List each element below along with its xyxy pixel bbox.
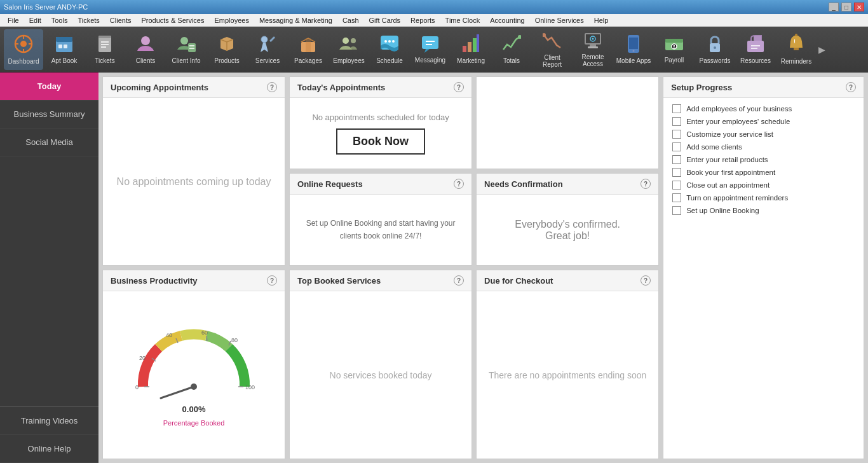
- gauge: 0 20 40 60 80: [130, 323, 257, 399]
- menu-gift-cards[interactable]: Gift Cards: [364, 15, 406, 25]
- menu-help[interactable]: Help: [589, 15, 614, 25]
- online-help-button[interactable]: ?: [454, 179, 464, 189]
- setup-checkbox-1[interactable]: [672, 117, 681, 126]
- toolbar-remoteaccess[interactable]: Remote Access: [573, 29, 613, 70]
- services-icon: [258, 34, 277, 56]
- menu-reports[interactable]: Reports: [405, 15, 440, 25]
- menu-products-services[interactable]: Products & Services: [136, 15, 209, 25]
- messaging-icon: [421, 35, 440, 55]
- toolbar-tickets-label: Tickets: [95, 57, 114, 64]
- title-bar-controls[interactable]: _ □ ✕: [829, 3, 864, 11]
- productivity-percentage: 0.00%: [182, 404, 206, 414]
- toolbar-products[interactable]: Products: [207, 29, 247, 70]
- setup-checkbox-4[interactable]: [672, 155, 681, 164]
- toolbar-employees[interactable]: Employees: [329, 29, 369, 70]
- toolbar-resources[interactable]: Resources: [736, 29, 775, 70]
- svg-point-54: [714, 46, 716, 49]
- services-empty-text: No services booked today: [330, 370, 432, 380]
- services-help-button[interactable]: ?: [454, 275, 464, 286]
- maximize-button[interactable]: □: [841, 3, 851, 11]
- card-checkout-header: Due for Checkout ?: [477, 270, 658, 291]
- svg-point-75: [191, 384, 197, 390]
- card-todays-appointments: Today's Appointments ? No appointments s…: [289, 76, 472, 169]
- dashboard-icon: [13, 34, 34, 57]
- setup-checkbox-8[interactable]: [672, 206, 681, 215]
- toolbar-passwords[interactable]: Passwords: [695, 29, 735, 70]
- checkout-empty-text: There are no appointments ending soon: [489, 370, 646, 380]
- menu-messaging-marketing[interactable]: Messaging & Marketing: [254, 15, 337, 25]
- toolbar-totals-label: Totals: [503, 57, 520, 64]
- svg-rect-24: [306, 38, 311, 52]
- today-empty-text: No appointments scheduled for today: [312, 113, 449, 122]
- clientreport-icon: [543, 31, 562, 53]
- toolbar-payroll[interactable]: $ Payroll: [654, 29, 694, 70]
- setup-checkbox-6[interactable]: [672, 181, 681, 190]
- minimize-button[interactable]: _: [829, 3, 839, 11]
- upcoming-help-button[interactable]: ?: [267, 82, 277, 92]
- toolbar-mobileapps[interactable]: Mobile Apps: [614, 29, 653, 70]
- reminders-icon: !: [787, 34, 805, 57]
- toolbar-marketing[interactable]: Marketing: [451, 29, 491, 70]
- menu-online-services[interactable]: Online Services: [530, 15, 589, 25]
- setup-checkbox-0[interactable]: [672, 104, 681, 113]
- menu-clients[interactable]: Clients: [105, 15, 137, 25]
- toolbar-schedule[interactable]: Schedule: [370, 29, 409, 70]
- marketing-icon: [461, 34, 480, 56]
- aptbook-icon: [55, 34, 74, 56]
- menu-tickets[interactable]: Tickets: [72, 15, 104, 25]
- toolbar-aptbook[interactable]: Apt Book: [44, 29, 84, 70]
- menu-employees[interactable]: Employees: [210, 15, 254, 25]
- card-upcoming-body: No appointments coming up today: [103, 98, 285, 265]
- toolbar-reminders[interactable]: ! Reminders: [776, 29, 816, 70]
- toolbar-services[interactable]: Services: [248, 29, 287, 70]
- sidebar-item-today[interactable]: Today: [0, 73, 98, 100]
- menu-bar: File Edit Tools Tickets Clients Products…: [0, 14, 868, 27]
- toolbar-clientinfo[interactable]: Client Info: [166, 29, 206, 70]
- toolbar-expand-button[interactable]: ▶: [818, 45, 825, 55]
- setup-help-button[interactable]: ?: [846, 82, 856, 92]
- resources-icon: [746, 34, 765, 56]
- svg-point-45: [592, 38, 594, 39]
- menu-accounting[interactable]: Accounting: [485, 15, 529, 25]
- setup-label-6: Close out an appointment: [686, 181, 770, 189]
- svg-point-28: [384, 40, 387, 43]
- setup-checkbox-5[interactable]: [672, 168, 681, 177]
- toolbar-totals[interactable]: Totals: [492, 29, 531, 70]
- toolbar-dashboard[interactable]: Dashboard: [4, 29, 43, 70]
- setup-item-7: Turn on appointment reminders: [672, 193, 855, 202]
- setup-checkbox-7[interactable]: [672, 193, 681, 202]
- productivity-help-button[interactable]: ?: [267, 275, 277, 286]
- card-setup-body: Add employees of your business Enter you…: [663, 98, 864, 459]
- toolbar-clients[interactable]: Clients: [126, 29, 165, 70]
- toolbar-aptbook-label: Apt Book: [51, 57, 78, 64]
- menu-time-clock[interactable]: Time Clock: [440, 15, 485, 25]
- card-today-header: Today's Appointments ?: [290, 77, 471, 98]
- today-help-button[interactable]: ?: [454, 82, 464, 92]
- svg-rect-59: [794, 48, 799, 50]
- toolbar-packages[interactable]: Packages: [288, 29, 328, 70]
- card-top-booked-services: Top Booked Services ? No services booked…: [289, 270, 472, 459]
- setup-checkbox-2[interactable]: [672, 130, 681, 139]
- toolbar-messaging[interactable]: Messaging: [410, 29, 450, 70]
- sidebar-item-training-videos[interactable]: Training Videos: [0, 407, 98, 435]
- svg-rect-50: [665, 39, 683, 43]
- close-button[interactable]: ✕: [854, 3, 864, 11]
- sidebar-item-social-media[interactable]: Social Media: [0, 128, 98, 156]
- toolbar-clientreport[interactable]: Client Report: [532, 29, 572, 70]
- sidebar-item-business-summary[interactable]: Business Summary: [0, 100, 98, 128]
- checkout-help-button[interactable]: ?: [641, 275, 651, 286]
- book-now-button[interactable]: Book Now: [336, 128, 425, 155]
- toolbar-packages-label: Packages: [294, 57, 322, 64]
- confirmation-help-button[interactable]: ?: [641, 179, 651, 189]
- menu-edit[interactable]: Edit: [24, 15, 46, 25]
- toolbar-dashboard-label: Dashboard: [8, 58, 39, 65]
- menu-file[interactable]: File: [3, 15, 24, 25]
- sidebar-item-online-help[interactable]: Online Help: [0, 435, 98, 463]
- svg-line-74: [161, 387, 194, 398]
- card-setup-header: Setup Progress ?: [663, 77, 864, 98]
- menu-tools[interactable]: Tools: [46, 15, 73, 25]
- toolbar-tickets[interactable]: Tickets: [85, 29, 125, 70]
- card-upcoming-header: Upcoming Appointments ?: [103, 77, 285, 98]
- menu-cash[interactable]: Cash: [337, 15, 364, 25]
- setup-checkbox-3[interactable]: [672, 142, 681, 151]
